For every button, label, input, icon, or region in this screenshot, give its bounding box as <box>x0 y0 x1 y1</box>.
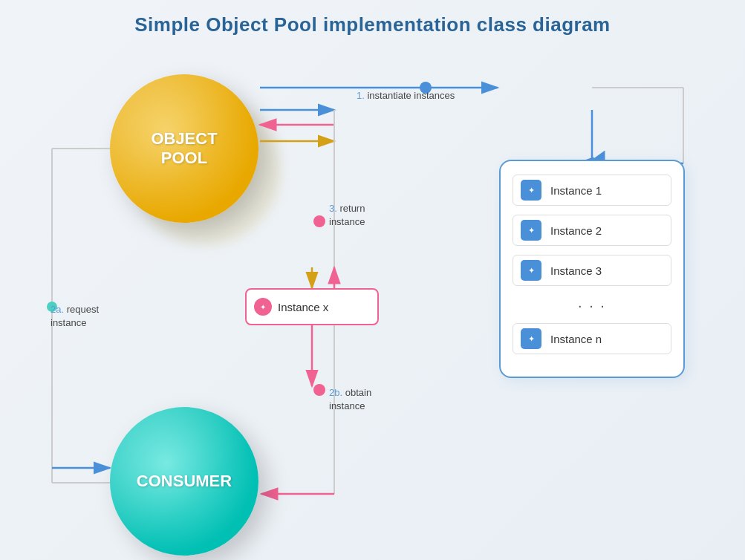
instances-panel: Instance 1 Instance 2 Instance 3 · · · I… <box>499 160 685 378</box>
instance-2-label: Instance 2 <box>550 224 602 237</box>
instance-row-3: Instance 3 <box>513 255 671 286</box>
svg-point-27 <box>313 384 325 396</box>
object-pool-label: OBJECTPOOL <box>151 129 217 169</box>
instance-x-box: Instance x <box>245 288 379 325</box>
instance-x-label: Instance x <box>278 301 328 313</box>
consumer-circle: CONSUMER <box>110 407 258 556</box>
label-request: 2a. requestinstance <box>51 303 99 330</box>
label-instantiate: 1. instantiate instances <box>357 89 455 102</box>
instance-row-n: Instance n <box>513 323 671 354</box>
consumer-label: CONSUMER <box>137 472 232 491</box>
label-obtain: 2b. obtaininstance <box>329 386 371 413</box>
instance-n-label: Instance n <box>550 333 602 345</box>
instance-3-icon <box>521 260 541 281</box>
instance-1-label: Instance 1 <box>550 184 602 197</box>
label-return: 3. returninstance <box>329 202 365 229</box>
instance-3-label: Instance 3 <box>550 264 602 277</box>
instance-2-icon <box>521 220 541 241</box>
instance-1-icon <box>521 180 541 201</box>
instance-row-1: Instance 1 <box>513 175 671 206</box>
instance-x-icon <box>254 298 272 316</box>
instance-row-2: Instance 2 <box>513 215 671 246</box>
object-pool-circle: OBJECTPOOL <box>110 74 258 223</box>
page-title: Simple Object Pool implementation class … <box>0 0 745 36</box>
dots-separator: · · · <box>513 295 671 316</box>
diagram-container: Simple Object Pool implementation class … <box>0 0 745 560</box>
instance-n-icon <box>521 328 541 349</box>
svg-point-26 <box>313 215 325 227</box>
